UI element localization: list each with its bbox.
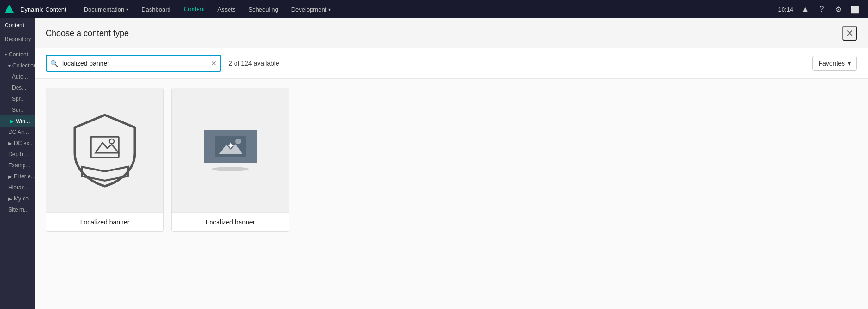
sidebar-item-spr[interactable]: Spr... [0, 93, 37, 104]
svg-marker-2 [96, 143, 119, 153]
card-label-2: Localized banner [172, 212, 289, 231]
svg-point-3 [109, 139, 114, 144]
search-input[interactable] [46, 55, 221, 72]
sidebar-tab-repository[interactable]: Repository [0, 32, 37, 46]
chevron-up-icon[interactable]: ▲ [798, 2, 813, 17]
cards-grid: Localized banner [46, 88, 857, 232]
top-nav: Dynamic Content Documentation ▾ Dashboar… [0, 0, 868, 18]
sidebar-tab-content[interactable]: Content [0, 18, 37, 32]
photo-box: ✦ [204, 130, 257, 163]
choose-content-type-modal: Choose a content type ✕ 🔍 ✕ 2 of 124 ava… [35, 18, 868, 309]
sidebar: Content Repository ▾ Content ▾ Collectio… [0, 18, 37, 309]
card-image-shield [46, 88, 163, 212]
results-count: 2 of 124 available [229, 60, 279, 67]
sidebar-item-dc-an[interactable]: DC An... [0, 127, 37, 138]
main-layout: Content Repository ▾ Content ▾ Collectio… [0, 18, 868, 309]
nav-dashboard[interactable]: Dashboard [135, 0, 177, 18]
app-logo [4, 4, 15, 15]
modal-title: Choose a content type [46, 29, 129, 38]
card-label-1: Localized banner [46, 212, 163, 231]
photo-icon: ✦ [204, 130, 257, 171]
sidebar-top-tabs: Content Repository [0, 18, 37, 46]
modal-toolbar: 🔍 ✕ 2 of 124 available Favorites ▾ [35, 48, 868, 79]
chevron-down-icon: ▾ [5, 52, 7, 57]
sidebar-item-collections[interactable]: ▾ Collections [0, 60, 37, 71]
sidebar-item-site[interactable]: Site m... [0, 204, 37, 215]
favorites-label: Favorites [818, 60, 845, 67]
chevron-right-icon: ▶ [8, 174, 12, 179]
sidebar-item-des[interactable]: Des... [0, 82, 37, 93]
chevron-right-icon: ▶ [8, 196, 12, 201]
external-link-icon[interactable]: ⬜ [848, 2, 862, 17]
app-name: Dynamic Content [17, 6, 70, 13]
sidebar-item-sur[interactable]: Sur... [0, 104, 37, 115]
sidebar-item-filter[interactable]: ▶ Filter e... [0, 171, 37, 182]
chevron-right-icon: ▶ [8, 141, 12, 146]
search-container: 🔍 ✕ [46, 55, 221, 72]
modal-content: Localized banner [35, 79, 868, 309]
nav-right-controls: 10:14 ▲ ? ⚙ ⬜ [778, 2, 868, 17]
sidebar-item-myco[interactable]: ▶ My co... [0, 193, 37, 204]
toolbar-left: 🔍 ✕ 2 of 124 available [46, 55, 279, 72]
sidebar-item-example[interactable]: Examp... [0, 160, 37, 171]
favorites-button[interactable]: Favorites ▾ [812, 56, 857, 71]
nav-scheduling[interactable]: Scheduling [242, 0, 284, 18]
clear-search-icon[interactable]: ✕ [211, 60, 217, 67]
shield-icon [70, 111, 139, 190]
sidebar-item-depth[interactable]: Depth... [0, 149, 37, 160]
nav-content[interactable]: Content [177, 0, 211, 18]
content-card-shield[interactable]: Localized banner [46, 88, 164, 232]
sidebar-item-hier[interactable]: Hierar... [0, 182, 37, 193]
settings-icon[interactable]: ⚙ [831, 2, 846, 17]
modal-header: Choose a content type ✕ [35, 18, 868, 48]
sidebar-item-dc-ex[interactable]: ▶ DC ex... [0, 138, 37, 149]
sidebar-section: ▾ Content ▾ Collections Auto... Des... S… [0, 46, 37, 218]
content-card-photo[interactable]: ✦ Localized banner [171, 88, 289, 232]
nav-assets[interactable]: Assets [211, 0, 242, 18]
modal-close-button[interactable]: ✕ [842, 26, 857, 41]
nav-documentation[interactable]: Documentation ▾ [78, 0, 135, 18]
svg-marker-0 [5, 5, 14, 13]
chevron-down-icon: ▾ [126, 7, 128, 12]
help-icon[interactable]: ? [814, 2, 829, 17]
svg-text:✦: ✦ [227, 141, 234, 151]
card-image-photo: ✦ [172, 88, 289, 212]
sidebar-item-auto[interactable]: Auto... [0, 71, 37, 82]
nav-development[interactable]: Development ▾ [285, 0, 338, 18]
sidebar-item-content[interactable]: ▾ Content [0, 49, 37, 60]
chevron-down-icon: ▾ [8, 63, 11, 68]
chevron-down-icon: ▾ [848, 60, 851, 67]
photo-shadow [212, 167, 249, 171]
active-indicator-icon: ▶ [10, 119, 14, 124]
svg-point-6 [235, 139, 241, 144]
nav-time: 10:14 [778, 6, 793, 13]
chevron-down-icon: ▾ [328, 7, 331, 12]
sidebar-item-win[interactable]: ▶ Win... [0, 115, 37, 127]
